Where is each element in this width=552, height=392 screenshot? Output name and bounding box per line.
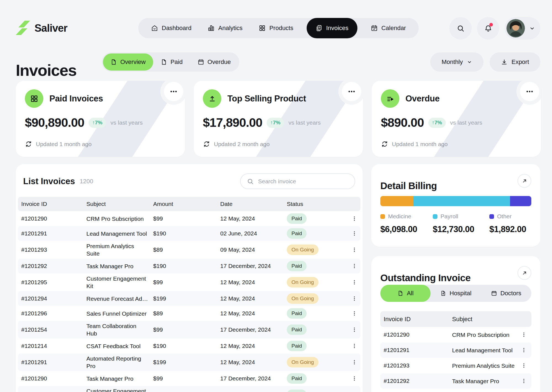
nav-item-calendar[interactable]: Calendar [371,18,406,38]
billing-value: $1,892.00 [489,224,535,234]
card-menu-button[interactable] [342,82,361,101]
date-cell: 17 December, 2024 [220,375,287,382]
row-menu-button[interactable] [350,278,359,287]
table-row[interactable]: #1201256 Customer Engagement Kit $190 12… [18,386,360,392]
search-invoice-input[interactable] [258,178,349,185]
tab-doctors[interactable]: Doctors [481,285,531,302]
date-cell: 12 May, 2024 [220,295,287,302]
row-menu-button[interactable] [350,390,359,392]
billing-stacked-bar [380,196,531,206]
refresh-icon [381,140,388,148]
table-row[interactable]: #1201290 CRM Pro Subscription [380,327,531,342]
table-row[interactable]: #1201292 Task Manager Pro [380,373,531,389]
tab-hospital[interactable]: Hospital [431,285,481,302]
outstanding-invoice-card: Outstanding Invoice All Hospital Doctors… [371,256,540,392]
tab-overdue[interactable]: Overdue [190,53,238,71]
row-menu-button[interactable] [520,345,528,355]
tab-all[interactable]: All [380,285,431,302]
grid-icon [259,25,266,32]
invoice-id-cell: #1201292 [21,263,86,269]
dots-horizontal-icon [347,87,356,96]
stat-amount: $17,890.00 [203,116,262,130]
outstanding-rows: #1201290 CRM Pro Subscription #1201291 L… [380,327,531,392]
dots-vertical-icon [351,279,357,285]
table-row[interactable]: #1201291 Lead Management Tool $190 02 Ju… [18,226,360,241]
nav-item-products[interactable]: Products [259,18,293,38]
topbar: Saliver Dashboard Analytics Products Inv… [16,17,540,39]
stat-compare: vs last years [288,119,321,126]
table-row[interactable]: #1201292 Task Manager Pro $190 17 Decemb… [18,259,360,273]
table-row[interactable]: #1201295 Customer Engagement Kit [380,389,531,392]
table-row[interactable]: #1201293 Premium Analytics Suite [380,358,531,373]
date-cell: 09 May, 2024 [220,246,287,253]
table-row[interactable]: #1201291 Automated Reporting Pro $199 12… [18,353,360,371]
table-row[interactable]: #1201254 Team Collaboration Hub $99 17 D… [18,321,360,339]
table-row[interactable]: #1201295 Customer Engagement Kit $99 12 … [18,273,360,291]
notifications-button[interactable] [477,17,499,39]
trend-badge: ↑7% [267,118,284,128]
row-menu-button[interactable] [350,294,359,303]
row-menu-button[interactable] [350,229,359,238]
table-row[interactable]: #1201291 Lead Management Tool [380,342,531,358]
subject-cell: Automated Reporting Pro [86,353,153,371]
row-menu-button[interactable] [350,245,359,254]
nav-label: Calendar [381,25,406,32]
amount-cell: $199 [153,295,220,302]
nav-item-invoices[interactable]: Invoices [307,18,357,38]
table-row[interactable]: #1201290 CRM Pro Subscription $99 12 May… [18,211,360,226]
row-menu-button[interactable] [350,325,359,334]
dots-vertical-icon [351,296,357,302]
legend-label: Payroll [440,213,458,220]
row-menu-button[interactable] [350,374,359,383]
export-button[interactable]: Export [490,52,540,72]
row-menu-button[interactable] [520,376,528,386]
period-label: Monthly [442,58,463,66]
status-badge: Paid [287,308,307,319]
search-button[interactable] [449,17,472,39]
row-menu-button[interactable] [520,361,528,370]
tab-label: Overdue [208,58,231,66]
search-icon [457,24,465,33]
row-menu-button[interactable] [520,330,528,339]
brand: Saliver [16,21,67,36]
table-row[interactable]: #1201290 Task Manager Pro $99 17 Decembe… [18,371,360,386]
stat-amount: $890.00 [381,116,424,130]
open-billing-button[interactable] [518,174,531,188]
stat-updated-text: Updated 1 month ago [392,141,448,147]
status-badge: Paid [287,390,307,392]
amount-cell: $89 [153,246,220,253]
row-menu-button[interactable] [350,214,359,223]
card-menu-button[interactable] [520,82,539,101]
amount-cell: $99 [153,326,220,333]
table-row[interactable]: #1201214 CSAT Feedback Tool $190 12 May,… [18,339,360,353]
status-badge: Paid [287,341,307,351]
table-row[interactable]: #1201296 Sales Funnel Optimizer $89 12 M… [18,306,360,321]
legend-label: Medicine [388,213,411,220]
invoice-id-cell: #1201290 [21,375,86,382]
row-menu-button[interactable] [350,341,359,351]
amount-cell: $99 [153,375,220,382]
table-row[interactable]: #1201293 Premium Analytics Suite $89 09 … [18,241,360,259]
tab-paid[interactable]: Paid [153,53,190,71]
row-menu-button[interactable] [350,261,359,271]
tab-overview[interactable]: Overview [103,53,153,71]
subject-cell: Sales Funnel Optimizer [86,308,153,319]
list-arrow-icon [381,89,399,108]
page-head: Invoices Overview Paid Overdue Monthly E… [16,51,540,73]
row-menu-button[interactable] [350,309,359,318]
row-menu-button[interactable] [350,358,359,367]
open-outstanding-button[interactable] [518,266,531,280]
subject-cell: CRM Pro Subscription [86,214,153,224]
date-cell: 12 May, 2024 [220,343,287,349]
outstanding-table: Invoice ID Subject #1201290 CRM Pro Subs… [380,311,531,392]
user-menu[interactable] [505,17,540,39]
card-menu-button[interactable] [164,82,183,101]
nav-label: Products [269,25,293,32]
dots-vertical-icon [521,363,527,369]
nav-item-dashboard[interactable]: Dashboard [151,18,192,38]
invoice-id-cell: #1201214 [21,343,86,349]
table-row[interactable]: #1201294 Revenue Forecast Ad… $199 12 Ma… [18,291,360,306]
dots-vertical-icon [351,310,357,316]
period-dropdown[interactable]: Monthly [430,52,484,72]
nav-item-analytics[interactable]: Analytics [208,18,243,38]
